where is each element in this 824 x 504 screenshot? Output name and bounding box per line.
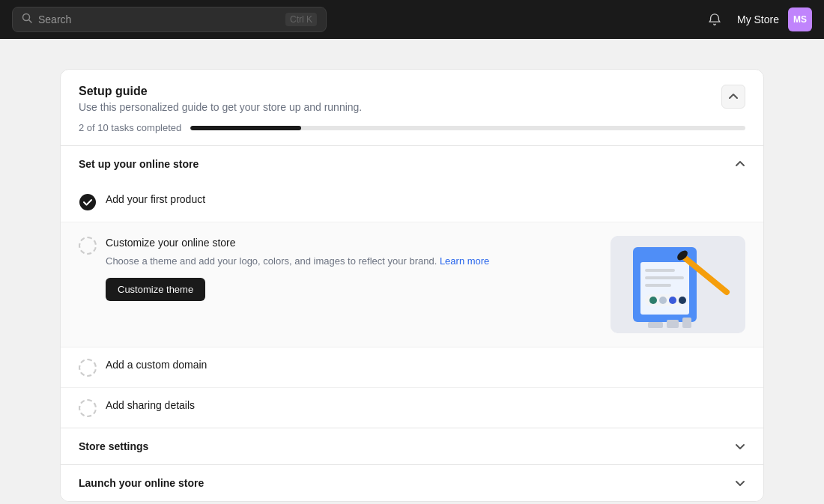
task-item-sharing: Add sharing details bbox=[61, 388, 763, 428]
task-content-domain: Add a custom domain bbox=[106, 358, 745, 371]
task-title-domain: Add a custom domain bbox=[106, 359, 207, 371]
task-check-sharing bbox=[79, 399, 97, 417]
setup-guide-card: Setup guide Use this personalized guide … bbox=[60, 69, 764, 502]
store-name: My Store bbox=[737, 13, 779, 25]
task-check-domain bbox=[79, 359, 97, 377]
svg-rect-7 bbox=[645, 276, 684, 279]
svg-rect-17 bbox=[667, 320, 679, 328]
chevron-icon-svg bbox=[735, 159, 745, 169]
chevron-down-svg-settings bbox=[735, 441, 745, 452]
svg-point-11 bbox=[659, 297, 667, 304]
progress-bar-fill bbox=[190, 126, 301, 130]
topbar-right: My Store MS bbox=[701, 6, 812, 33]
search-icon bbox=[22, 13, 32, 26]
section-title-online-store: Set up your online store bbox=[79, 158, 199, 170]
task-title-sharing: Add sharing details bbox=[106, 399, 195, 411]
chevron-down-svg-launch bbox=[735, 478, 745, 488]
section-title-store-settings: Store settings bbox=[79, 440, 148, 452]
task-item-customize-store: Customize your online store Choose a the… bbox=[61, 222, 763, 347]
check-circle-empty-icon bbox=[79, 237, 97, 255]
section-header-store-settings[interactable]: Store settings bbox=[61, 428, 763, 464]
search-shortcut: Ctrl K bbox=[285, 13, 317, 26]
svg-point-2 bbox=[79, 194, 96, 210]
svg-point-13 bbox=[679, 297, 686, 304]
svg-rect-8 bbox=[645, 284, 671, 287]
svg-point-10 bbox=[649, 297, 657, 304]
topbar: Search Ctrl K My Store MS bbox=[0, 0, 824, 39]
task-item-first-product: Add your first product bbox=[61, 182, 763, 222]
task-content-sharing: Add sharing details bbox=[106, 398, 745, 412]
section-launch: Launch your online store bbox=[61, 465, 763, 501]
collapse-button[interactable] bbox=[721, 85, 745, 109]
notifications-button[interactable] bbox=[701, 6, 728, 33]
task-content-first-product: Add your first product bbox=[106, 192, 745, 206]
task-text-customize: Customize your online store Choose a the… bbox=[106, 236, 599, 301]
svg-line-1 bbox=[29, 20, 32, 23]
check-circle-filled-icon bbox=[79, 193, 97, 211]
customize-theme-button[interactable]: Customize theme bbox=[106, 278, 205, 301]
chevron-down-icon-launch bbox=[735, 478, 745, 488]
chevron-down-icon-settings bbox=[735, 441, 745, 452]
setup-guide-title: Setup guide bbox=[79, 85, 362, 98]
avatar[interactable]: MS bbox=[788, 7, 812, 31]
search-placeholder-text: Search bbox=[38, 13, 279, 25]
chevron-up-icon bbox=[728, 91, 739, 102]
task-list: Add your first product Customize your on… bbox=[61, 182, 763, 428]
task-expanded-inner: Customize your online store Choose a the… bbox=[106, 236, 745, 333]
task-title-customize: Customize your online store bbox=[106, 237, 236, 249]
task-check-customize bbox=[79, 237, 97, 255]
setup-guide-subtitle: Use this personalized guide to get your … bbox=[79, 101, 362, 113]
task-check-completed bbox=[79, 193, 97, 211]
progress-label: 2 of 10 tasks completed bbox=[79, 122, 181, 133]
progress-bar bbox=[190, 126, 745, 130]
main-content: Setup guide Use this personalized guide … bbox=[0, 39, 824, 504]
svg-rect-6 bbox=[645, 269, 675, 272]
task-actions-customize: Customize theme bbox=[106, 278, 599, 301]
section-online-store: Set up your online store bbox=[61, 146, 763, 428]
card-header-text: Setup guide Use this personalized guide … bbox=[79, 85, 362, 113]
bell-icon bbox=[708, 13, 721, 26]
customize-illustration bbox=[611, 236, 745, 333]
task-item-custom-domain: Add a custom domain bbox=[61, 347, 763, 388]
chevron-up-icon-section bbox=[735, 159, 745, 169]
section-title-launch: Launch your online store bbox=[79, 477, 204, 489]
check-circle-empty-domain-icon bbox=[79, 359, 97, 377]
section-header-launch[interactable]: Launch your online store bbox=[61, 465, 763, 501]
check-circle-empty-sharing-icon bbox=[79, 399, 97, 417]
card-header: Setup guide Use this personalized guide … bbox=[61, 70, 763, 146]
section-header-online-store[interactable]: Set up your online store bbox=[61, 146, 763, 182]
search-bar[interactable]: Search Ctrl K bbox=[12, 7, 327, 32]
svg-point-12 bbox=[669, 297, 676, 304]
task-desc-customize: Choose a theme and add your logo, colors… bbox=[106, 254, 599, 269]
section-store-settings: Store settings bbox=[61, 428, 763, 465]
learn-more-link[interactable]: Learn more bbox=[440, 255, 489, 267]
illustration-svg bbox=[611, 236, 745, 333]
svg-rect-16 bbox=[648, 322, 663, 328]
task-title-first-product: Add your first product bbox=[106, 193, 205, 205]
svg-rect-18 bbox=[682, 318, 691, 328]
